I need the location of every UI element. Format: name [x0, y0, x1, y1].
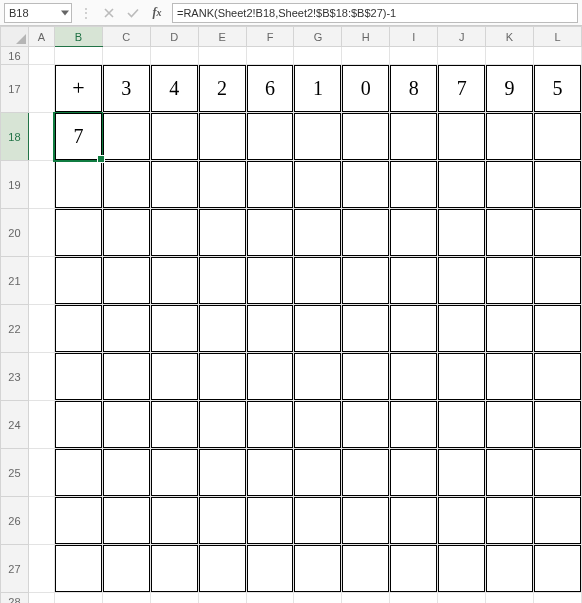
- cell-E23[interactable]: [198, 353, 246, 401]
- cell-I23[interactable]: [390, 353, 438, 401]
- cell-B23[interactable]: [54, 353, 102, 401]
- column-header-A[interactable]: A: [28, 27, 54, 47]
- cell-L28[interactable]: [533, 593, 581, 604]
- cell-D21[interactable]: [150, 257, 198, 305]
- cell-D26[interactable]: [150, 497, 198, 545]
- cell-E19[interactable]: [198, 161, 246, 209]
- cell-I20[interactable]: [390, 209, 438, 257]
- cell-C21[interactable]: [102, 257, 150, 305]
- cell-C17[interactable]: 3: [102, 65, 150, 113]
- cell-B24[interactable]: [54, 401, 102, 449]
- cell-D28[interactable]: [150, 593, 198, 604]
- cell-H28[interactable]: [342, 593, 390, 604]
- cell-E20[interactable]: [198, 209, 246, 257]
- cell-A23[interactable]: [28, 353, 54, 401]
- cell-I27[interactable]: [390, 545, 438, 593]
- cell-H17[interactable]: 0: [342, 65, 390, 113]
- row-header-17[interactable]: 17: [1, 65, 29, 113]
- cell-L17[interactable]: 5: [533, 65, 581, 113]
- cell-L24[interactable]: [533, 401, 581, 449]
- cell-F17[interactable]: 6: [246, 65, 294, 113]
- cell-G18[interactable]: [294, 113, 342, 161]
- formula-input[interactable]: =RANK(Sheet2!B18,Sheet2!$B$18:$B$27)-1: [172, 3, 578, 23]
- cell-B19[interactable]: [54, 161, 102, 209]
- cell-E24[interactable]: [198, 401, 246, 449]
- cell-C23[interactable]: [102, 353, 150, 401]
- cell-J24[interactable]: [438, 401, 486, 449]
- cell-C24[interactable]: [102, 401, 150, 449]
- spreadsheet-grid[interactable]: ABCDEFGHIJKL1617+34261087951871920212223…: [0, 26, 582, 603]
- cell-G27[interactable]: [294, 545, 342, 593]
- cell-F16[interactable]: [246, 47, 294, 65]
- cell-L16[interactable]: [533, 47, 581, 65]
- cell-B21[interactable]: [54, 257, 102, 305]
- cell-A20[interactable]: [28, 209, 54, 257]
- cell-G28[interactable]: [294, 593, 342, 604]
- cell-A18[interactable]: [28, 113, 54, 161]
- cell-L19[interactable]: [533, 161, 581, 209]
- cell-B20[interactable]: [54, 209, 102, 257]
- cell-I26[interactable]: [390, 497, 438, 545]
- cell-F19[interactable]: [246, 161, 294, 209]
- chevron-down-icon[interactable]: [61, 10, 69, 15]
- cell-B18[interactable]: 7: [54, 113, 102, 161]
- cell-A28[interactable]: [28, 593, 54, 604]
- cell-L22[interactable]: [533, 305, 581, 353]
- cell-I18[interactable]: [390, 113, 438, 161]
- cell-J19[interactable]: [438, 161, 486, 209]
- cell-H21[interactable]: [342, 257, 390, 305]
- cell-L26[interactable]: [533, 497, 581, 545]
- column-header-E[interactable]: E: [198, 27, 246, 47]
- column-header-F[interactable]: F: [246, 27, 294, 47]
- cell-K28[interactable]: [486, 593, 534, 604]
- cell-I22[interactable]: [390, 305, 438, 353]
- cell-E22[interactable]: [198, 305, 246, 353]
- cell-K18[interactable]: [486, 113, 534, 161]
- column-header-B[interactable]: B: [54, 27, 102, 47]
- row-header-18[interactable]: 18: [1, 113, 29, 161]
- cell-D19[interactable]: [150, 161, 198, 209]
- cell-K25[interactable]: [486, 449, 534, 497]
- cell-C26[interactable]: [102, 497, 150, 545]
- name-box[interactable]: B18: [4, 3, 72, 23]
- cell-E16[interactable]: [198, 47, 246, 65]
- cell-B16[interactable]: [54, 47, 102, 65]
- cell-L18[interactable]: [533, 113, 581, 161]
- cell-G17[interactable]: 1: [294, 65, 342, 113]
- cell-D27[interactable]: [150, 545, 198, 593]
- cell-L25[interactable]: [533, 449, 581, 497]
- cell-G16[interactable]: [294, 47, 342, 65]
- cell-F27[interactable]: [246, 545, 294, 593]
- cell-I17[interactable]: 8: [390, 65, 438, 113]
- cell-A27[interactable]: [28, 545, 54, 593]
- cell-E17[interactable]: 2: [198, 65, 246, 113]
- cell-G26[interactable]: [294, 497, 342, 545]
- cell-E21[interactable]: [198, 257, 246, 305]
- cell-H26[interactable]: [342, 497, 390, 545]
- cell-A21[interactable]: [28, 257, 54, 305]
- cell-H19[interactable]: [342, 161, 390, 209]
- cell-D18[interactable]: [150, 113, 198, 161]
- column-header-K[interactable]: K: [486, 27, 534, 47]
- cell-F20[interactable]: [246, 209, 294, 257]
- cell-G20[interactable]: [294, 209, 342, 257]
- cell-J18[interactable]: [438, 113, 486, 161]
- cell-H24[interactable]: [342, 401, 390, 449]
- cell-K21[interactable]: [486, 257, 534, 305]
- column-header-I[interactable]: I: [390, 27, 438, 47]
- cell-C16[interactable]: [102, 47, 150, 65]
- row-header-26[interactable]: 26: [1, 497, 29, 545]
- column-header-J[interactable]: J: [438, 27, 486, 47]
- cell-K27[interactable]: [486, 545, 534, 593]
- cell-F26[interactable]: [246, 497, 294, 545]
- row-header-16[interactable]: 16: [1, 47, 29, 65]
- cell-J27[interactable]: [438, 545, 486, 593]
- cell-H16[interactable]: [342, 47, 390, 65]
- cell-K23[interactable]: [486, 353, 534, 401]
- row-header-23[interactable]: 23: [1, 353, 29, 401]
- cell-A22[interactable]: [28, 305, 54, 353]
- cell-L21[interactable]: [533, 257, 581, 305]
- cell-J22[interactable]: [438, 305, 486, 353]
- cell-I21[interactable]: [390, 257, 438, 305]
- cell-E25[interactable]: [198, 449, 246, 497]
